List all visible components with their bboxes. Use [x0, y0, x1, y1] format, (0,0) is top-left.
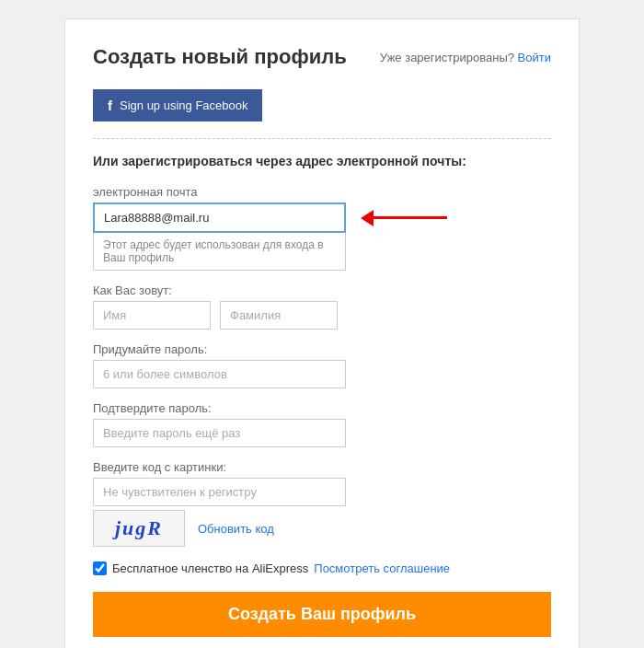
create-profile-button[interactable]: Создать Ваш профиль: [93, 592, 551, 637]
membership-text: Бесплатное членство на AliExpress: [112, 561, 308, 575]
facebook-icon: f: [108, 98, 112, 113]
red-arrow-indicator: [361, 210, 447, 226]
email-label: электронная почта: [93, 185, 551, 199]
email-field-group: электронная почта Этот адрес будет испол…: [93, 185, 551, 271]
page-title: Создать новый профиль: [93, 45, 347, 69]
facebook-signup-button[interactable]: f Sign up using Facebook: [93, 89, 262, 122]
captcha-label: Введите код с картинки:: [93, 460, 551, 474]
refresh-captcha-link[interactable]: Обновить код: [198, 522, 274, 536]
confirm-password-field-group: Подтвердите пароль:: [93, 401, 551, 447]
already-registered-text: Уже зарегистрированы? Войти: [380, 51, 551, 64]
email-input[interactable]: [93, 202, 346, 233]
name-field-group: Как Вас зовут:: [93, 284, 551, 330]
agreement-link[interactable]: Посмотреть соглашение: [314, 561, 450, 575]
page-header: Создать новый профиль Уже зарегистрирова…: [93, 45, 551, 69]
email-hint: Этот адрес будет использован для входа в…: [93, 233, 346, 271]
first-name-input[interactable]: [93, 301, 211, 330]
password-label: Придумайте пароль:: [93, 342, 551, 356]
login-link[interactable]: Войти: [518, 51, 551, 64]
arrow-line: [374, 216, 447, 219]
email-wrapper: [93, 202, 346, 233]
or-section-text: Или зарегистрироваться через адрес элект…: [93, 138, 551, 168]
page-container: Создать новый профиль Уже зарегистрирова…: [64, 18, 580, 648]
name-label: Как Вас зовут:: [93, 284, 551, 297]
password-input[interactable]: [93, 360, 346, 388]
captcha-image: jugR: [93, 510, 185, 547]
last-name-input[interactable]: [220, 301, 338, 330]
captcha-area: jugR Обновить код: [93, 510, 551, 547]
membership-row: Бесплатное членство на AliExpress Посмот…: [93, 561, 551, 575]
captcha-field-group: Введите код с картинки: jugR Обновить ко…: [93, 460, 551, 547]
captcha-input[interactable]: [93, 478, 346, 506]
arrow-head: [361, 210, 374, 226]
password-field-group: Придумайте пароль:: [93, 342, 551, 388]
confirm-password-input[interactable]: [93, 419, 346, 447]
membership-checkbox[interactable]: [93, 561, 107, 575]
confirm-label: Подтвердите пароль:: [93, 401, 551, 415]
name-row: [93, 301, 551, 330]
